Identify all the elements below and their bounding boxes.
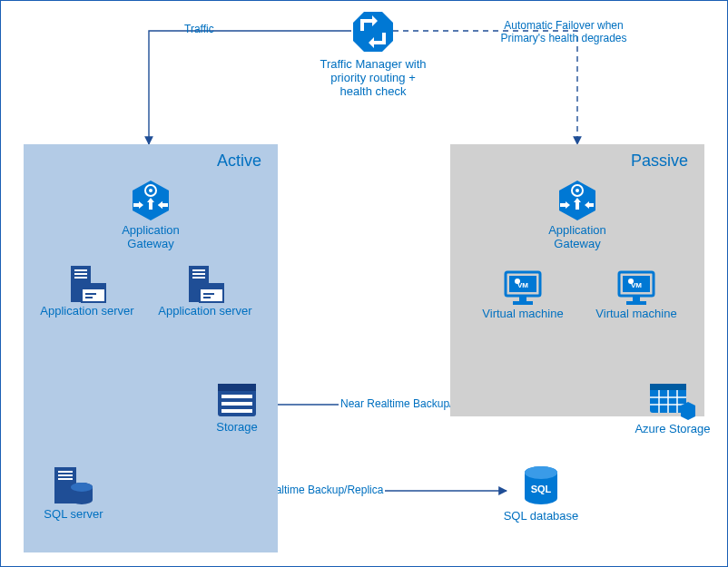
active-sql-server-label: SQL server [37, 507, 110, 521]
passive-vm-1-label: Virtual machine [473, 307, 573, 320]
svg-marker-53 [681, 402, 695, 420]
edge-label-failover: Automatic Failover when Primary's health… [482, 19, 645, 44]
server-icon [65, 264, 109, 304]
active-storage-label: Storage [196, 420, 278, 434]
azure-storage-icon [648, 380, 697, 422]
svg-point-30 [71, 483, 93, 492]
svg-rect-14 [192, 273, 205, 275]
svg-rect-27 [58, 474, 73, 476]
svg-rect-28 [58, 478, 73, 480]
passive-sql-database-label: SQL database [496, 509, 586, 523]
svg-rect-22 [221, 395, 252, 398]
svg-point-3 [149, 189, 152, 192]
sql-server-icon [51, 465, 96, 507]
svg-point-43 [628, 279, 634, 284]
svg-rect-5 [74, 269, 87, 271]
active-region-title: Active [24, 144, 278, 171]
storage-icon [214, 380, 260, 420]
svg-rect-47 [650, 384, 686, 390]
svg-rect-18 [203, 293, 214, 295]
svg-rect-15 [192, 277, 205, 279]
traffic-manager-label: Traffic Manager with priority routing + … [314, 57, 432, 98]
active-app-gateway: Application Gateway [101, 178, 201, 250]
svg-rect-9 [82, 284, 105, 289]
svg-rect-44 [633, 296, 640, 301]
active-app-server-1-label: Application server [33, 304, 142, 318]
svg-rect-6 [74, 273, 87, 275]
app-gateway-icon [555, 178, 600, 223]
passive-azure-storage-label: Azure Storage [627, 422, 718, 435]
edge-label-traffic: Traffic [182, 23, 216, 35]
passive-vm-2: VM Virtual machine [586, 269, 686, 320]
svg-rect-39 [513, 301, 533, 305]
sql-database-icon: SQL [521, 464, 561, 509]
active-app-server-1: Application server [33, 264, 142, 318]
svg-rect-21 [218, 384, 256, 391]
active-app-server-2: Application server [151, 264, 260, 318]
vm-icon: VM [615, 269, 657, 307]
active-app-server-2-label: Application server [151, 304, 260, 318]
svg-rect-45 [626, 301, 646, 305]
svg-point-33 [576, 189, 579, 192]
traffic-manager-node: Traffic Manager with priority routing + … [328, 10, 418, 98]
svg-point-37 [515, 279, 520, 284]
active-app-gateway-label: Application Gateway [101, 223, 201, 250]
app-gateway-icon [128, 178, 173, 223]
passive-azure-storage: Azure Storage [627, 380, 718, 435]
svg-rect-11 [85, 297, 93, 298]
active-storage: Storage [196, 380, 278, 434]
passive-vm-1: VM Virtual machine [473, 269, 573, 320]
svg-rect-24 [221, 409, 252, 413]
passive-app-gateway-label: Application Gateway [527, 223, 627, 250]
svg-point-55 [525, 466, 557, 479]
passive-region-title: Passive [450, 144, 704, 171]
svg-rect-38 [519, 296, 526, 301]
svg-rect-10 [85, 293, 96, 295]
active-sql-server: SQL server [37, 465, 110, 521]
svg-rect-13 [192, 269, 205, 271]
svg-rect-26 [58, 471, 73, 473]
svg-rect-7 [74, 277, 87, 279]
passive-sql-database: SQL SQL database [496, 464, 586, 523]
svg-text:SQL: SQL [531, 484, 552, 494]
server-icon [183, 264, 227, 304]
svg-rect-23 [221, 402, 252, 406]
svg-rect-17 [200, 284, 223, 289]
passive-vm-2-label: Virtual machine [586, 307, 686, 320]
svg-rect-19 [203, 297, 211, 298]
vm-icon: VM [502, 269, 544, 307]
passive-app-gateway: Application Gateway [527, 178, 627, 250]
traffic-manager-icon [351, 10, 395, 54]
